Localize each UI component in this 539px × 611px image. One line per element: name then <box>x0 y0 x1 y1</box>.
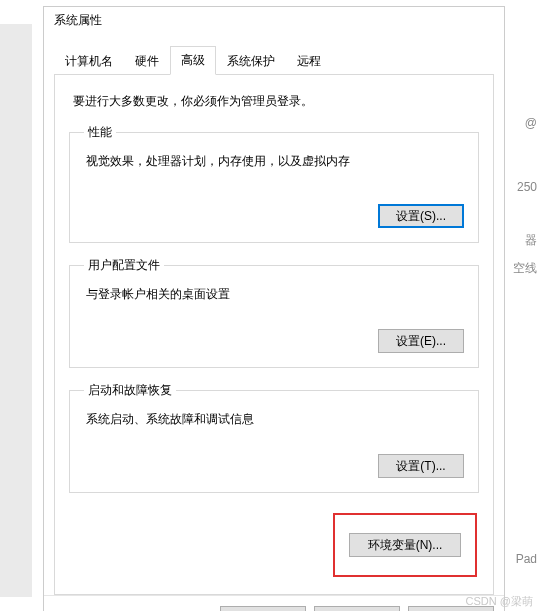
group-startup-recovery-desc: 系统启动、系统故障和调试信息 <box>86 411 464 428</box>
system-properties-dialog: 系统属性 计算机名 硬件 高级 系统保护 远程 要进行大多数更改，你必须作为管理… <box>43 6 505 611</box>
tabs-wrap: 计算机名 硬件 高级 系统保护 远程 要进行大多数更改，你必须作为管理员登录。 … <box>44 33 504 595</box>
dialog-button-row: 确定 取消 应用(A) <box>44 595 504 611</box>
tab-system-protection[interactable]: 系统保护 <box>216 47 286 75</box>
startup-recovery-settings-button[interactable]: 设置(T)... <box>378 454 464 478</box>
tab-computer-name[interactable]: 计算机名 <box>54 47 124 75</box>
bg-num: 250 <box>517 180 537 194</box>
group-user-profiles-desc: 与登录帐户相关的桌面设置 <box>86 286 464 303</box>
group-performance-desc: 视觉效果，处理器计划，内存使用，以及虚拟内存 <box>86 153 464 170</box>
performance-settings-button[interactable]: 设置(S)... <box>378 204 464 228</box>
tab-remote[interactable]: 远程 <box>286 47 332 75</box>
tab-hardware[interactable]: 硬件 <box>124 47 170 75</box>
bg-at: @ <box>525 116 537 130</box>
bg-char1: 器 <box>525 232 537 249</box>
environment-variables-button[interactable]: 环境变量(N)... <box>349 533 461 557</box>
dialog-title: 系统属性 <box>44 7 504 33</box>
cancel-button[interactable]: 取消 <box>314 606 400 611</box>
apply-button[interactable]: 应用(A) <box>408 606 494 611</box>
group-user-profiles-legend: 用户配置文件 <box>84 257 164 274</box>
tabs: 计算机名 硬件 高级 系统保护 远程 <box>54 45 494 75</box>
group-user-profiles: 用户配置文件 与登录帐户相关的桌面设置 设置(E)... <box>69 257 479 368</box>
user-profiles-settings-button[interactable]: 设置(E)... <box>378 329 464 353</box>
tab-advanced[interactable]: 高级 <box>170 46 216 75</box>
env-row: 环境变量(N)... <box>69 513 479 577</box>
group-performance-legend: 性能 <box>84 124 116 141</box>
group-startup-recovery-legend: 启动和故障恢复 <box>84 382 176 399</box>
bg-pad: Pad <box>516 552 537 566</box>
bg-char2: 空线 <box>513 260 537 277</box>
ok-button[interactable]: 确定 <box>220 606 306 611</box>
group-startup-recovery: 启动和故障恢复 系统启动、系统故障和调试信息 设置(T)... <box>69 382 479 493</box>
tab-panel-advanced: 要进行大多数更改，你必须作为管理员登录。 性能 视觉效果，处理器计划，内存使用，… <box>54 75 494 595</box>
app-stage: @ 250 器 空线 Pad 系统属性 计算机名 硬件 高级 系统保护 远程 要… <box>0 0 539 611</box>
group-performance: 性能 视觉效果，处理器计划，内存使用，以及虚拟内存 设置(S)... <box>69 124 479 243</box>
env-highlight: 环境变量(N)... <box>333 513 477 577</box>
admin-note: 要进行大多数更改，你必须作为管理员登录。 <box>73 93 479 110</box>
bg-strip <box>0 24 32 597</box>
